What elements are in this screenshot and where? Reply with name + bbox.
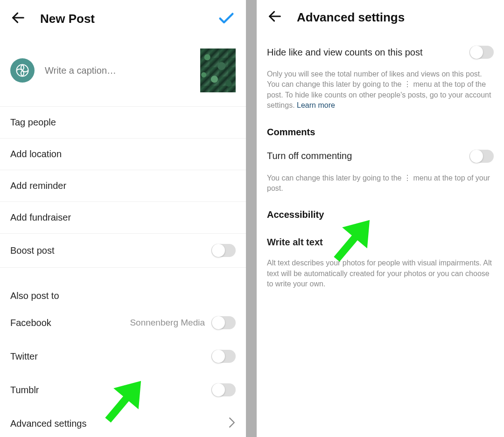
submit-check-icon[interactable] [217, 8, 236, 29]
header: Advanced settings [257, 0, 504, 37]
row-label: Add fundraiser [10, 212, 71, 223]
tumblr-row: Tumblr [0, 373, 246, 407]
caption-input[interactable] [45, 65, 190, 76]
row-label: Turn off commenting [267, 151, 352, 161]
header: New Post [0, 0, 246, 40]
add-reminder-row[interactable]: Add reminder [0, 170, 246, 201]
tag-people-row[interactable]: Tag people [0, 106, 246, 138]
write-alt-text-row[interactable]: Write alt text [267, 224, 494, 254]
post-thumbnail[interactable] [200, 49, 236, 92]
turn-off-commenting-toggle[interactable] [469, 150, 494, 163]
learn-more-link[interactable]: Learn more [297, 101, 335, 109]
comments-heading: Comments [267, 120, 494, 141]
row-label: Add location [10, 149, 62, 160]
accessibility-heading: Accessibility [267, 203, 494, 224]
row-label: Tag people [10, 117, 56, 128]
hide-counts-description: Only you will see the total number of li… [267, 65, 494, 120]
page-title: New Post [40, 12, 203, 26]
section-label: Also post to [10, 291, 59, 301]
avatar[interactable] [10, 58, 35, 83]
advanced-settings-screen: Advanced settings Hide like and view cou… [257, 0, 504, 437]
section-divider [0, 267, 246, 280]
commenting-description: You can change this later by going to th… [267, 169, 494, 203]
new-post-screen: New Post Tag people Add location Add rem… [0, 0, 246, 437]
row-label: Advanced settings [10, 418, 86, 429]
facebook-row: Facebook Sonnenberg Media [0, 312, 246, 340]
add-fundraiser-row[interactable]: Add fundraiser [0, 201, 246, 233]
tumblr-toggle[interactable] [211, 383, 236, 396]
caption-row [0, 40, 246, 106]
facebook-account-label: Sonnenberg Media [130, 318, 205, 328]
turn-off-commenting-row: Turn off commenting [267, 141, 494, 169]
also-post-to-heading: Also post to [0, 280, 246, 312]
hide-counts-toggle[interactable] [469, 46, 494, 59]
alt-text-description: Alt text describes your photos for peopl… [267, 254, 494, 298]
pane-divider [246, 0, 257, 437]
twitter-row: Twitter [0, 340, 246, 373]
row-label: Facebook [10, 318, 51, 328]
row-label: Twitter [10, 351, 38, 362]
back-arrow-icon[interactable] [10, 10, 26, 28]
row-label: Boost post [10, 245, 55, 256]
row-label: Write alt text [267, 237, 323, 248]
page-title: Advanced settings [297, 10, 405, 25]
facebook-toggle[interactable] [211, 316, 236, 329]
row-label: Tumblr [10, 385, 39, 395]
boost-post-toggle[interactable] [211, 244, 236, 257]
chevron-right-icon [228, 417, 236, 430]
add-location-row[interactable]: Add location [0, 138, 246, 170]
advanced-settings-row[interactable]: Advanced settings [0, 407, 246, 437]
back-arrow-icon[interactable] [267, 8, 283, 26]
hide-counts-row: Hide like and view counts on this post [267, 37, 494, 65]
twitter-toggle[interactable] [211, 350, 236, 363]
boost-post-row: Boost post [0, 233, 246, 267]
row-label: Hide like and view counts on this post [267, 47, 423, 58]
row-label: Add reminder [10, 180, 66, 191]
